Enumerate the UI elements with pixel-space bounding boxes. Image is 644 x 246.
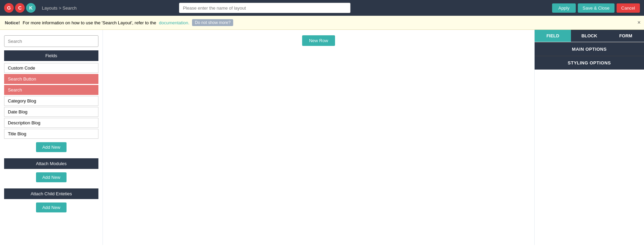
- tab-field[interactable]: FIELD: [535, 30, 571, 42]
- center-panel: New Row: [103, 30, 534, 245]
- do-not-show-button[interactable]: Do not show more?: [192, 19, 233, 26]
- notice-prefix: Notice!: [5, 20, 20, 25]
- main-options-button[interactable]: MAIN OPTIONS: [535, 42, 644, 56]
- attach-child-add-button[interactable]: Add New: [36, 202, 67, 212]
- attach-child-header: Attach Child Enteties: [4, 188, 98, 199]
- layout-name-input[interactable]: [179, 3, 350, 13]
- tab-form[interactable]: FORM: [608, 30, 644, 42]
- fields-header: Fields: [4, 50, 98, 61]
- top-nav: G C K Layouts > Search Apply Save & Clos…: [0, 0, 644, 16]
- notice-doc-link[interactable]: documentation.: [159, 20, 189, 25]
- field-item[interactable]: Date Blog: [4, 107, 98, 117]
- field-item[interactable]: Description Blog: [4, 118, 98, 128]
- cancel-button[interactable]: Cancel: [617, 3, 640, 13]
- notice-bar: Notice! For more information on how to u…: [0, 16, 644, 30]
- attach-modules-section: Attach Modules Add New: [4, 158, 98, 182]
- notice-text: For more information on how to use the '…: [23, 20, 156, 25]
- right-tabs: FIELD BLOCK FORM: [535, 30, 644, 42]
- right-panel: FIELD BLOCK FORM MAIN OPTIONS STYLING OP…: [534, 30, 644, 245]
- field-item[interactable]: Search: [4, 85, 98, 95]
- attach-modules-header: Attach Modules: [4, 158, 98, 169]
- right-options: MAIN OPTIONS STYLING OPTIONS: [535, 42, 644, 70]
- field-item[interactable]: Category Blog: [4, 96, 98, 106]
- attach-child-section: Attach Child Enteties Add New: [4, 188, 98, 212]
- logo-c-icon: C: [15, 3, 25, 13]
- notice-close-button[interactable]: ×: [637, 20, 641, 26]
- logo-icons: G C K: [4, 3, 36, 13]
- nav-buttons: Apply Save & Close Cancel: [552, 3, 640, 13]
- left-panel: Fields Custom Code Search Button Search …: [0, 30, 103, 245]
- logo-k-icon: K: [26, 3, 36, 13]
- attach-modules-add-button[interactable]: Add New: [36, 172, 67, 182]
- main-layout: Fields Custom Code Search Button Search …: [0, 30, 644, 245]
- logo-g-icon: G: [4, 3, 14, 13]
- field-item[interactable]: Title Blog: [4, 129, 98, 139]
- styling-options-button[interactable]: STYLING OPTIONS: [535, 56, 644, 70]
- new-row-button[interactable]: New Row: [302, 35, 335, 46]
- apply-button[interactable]: Apply: [552, 3, 576, 13]
- breadcrumb: Layouts > Search: [42, 5, 77, 11]
- field-item[interactable]: Search Button: [4, 74, 98, 84]
- search-input[interactable]: [4, 35, 98, 47]
- tab-block[interactable]: BLOCK: [571, 30, 607, 42]
- save-close-button[interactable]: Save & Close: [578, 3, 615, 13]
- fields-add-new-button[interactable]: Add New: [36, 142, 67, 152]
- field-item[interactable]: Custom Code: [4, 63, 98, 73]
